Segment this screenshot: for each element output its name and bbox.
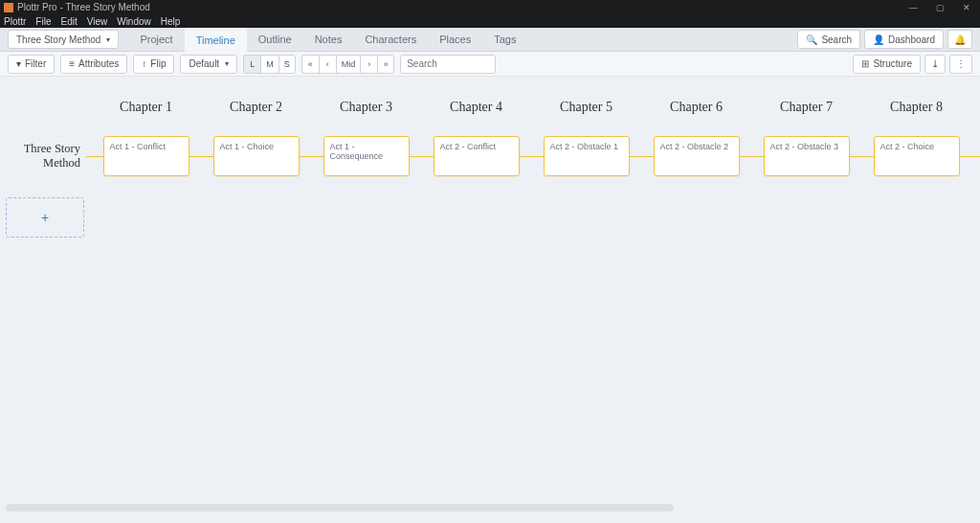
attributes-button[interactable]: ≡ Attributes xyxy=(60,55,127,74)
tab-timeline[interactable]: Timeline xyxy=(185,28,247,52)
chapter-header[interactable]: Chapter 7 xyxy=(751,100,861,115)
structure-icon: ⊞ xyxy=(861,58,869,69)
tab-tags[interactable]: Tags xyxy=(482,28,527,52)
flip-label: Flip xyxy=(150,58,166,69)
chapter-header[interactable]: Chapter 1 xyxy=(91,100,201,115)
search-icon: 🔍 xyxy=(806,34,817,45)
main-tabs: Project Timeline Outline Notes Character… xyxy=(128,28,527,52)
default-label: Default xyxy=(189,58,219,69)
nav-last[interactable]: » xyxy=(377,55,394,74)
scene-card[interactable]: Act 2 - Obstacle 3 xyxy=(764,136,850,176)
filter-icon: ▾ xyxy=(16,58,21,69)
maximize-button[interactable]: ▢ xyxy=(926,0,953,14)
list-icon: ≡ xyxy=(69,58,75,69)
menu-view[interactable]: View xyxy=(87,16,108,27)
chapter-header[interactable]: Chapter 5 xyxy=(531,100,641,115)
default-dropdown[interactable]: Default ▾ xyxy=(180,55,237,74)
menu-file[interactable]: File xyxy=(35,16,51,27)
zoom-group: L M S xyxy=(243,55,296,74)
project-dropdown-label: Three Story Method xyxy=(16,34,100,45)
export-button[interactable]: ⤓ xyxy=(924,55,946,74)
timeline-area: Chapter 1 Chapter 2 Chapter 3 Chapter 4 … xyxy=(0,77,980,513)
attributes-label: Attributes xyxy=(78,58,119,69)
filter-label: Filter xyxy=(25,58,46,69)
chapter-header[interactable]: Chapter 2 xyxy=(201,100,311,115)
menu-bar: Plottr File Edit View Window Help xyxy=(0,14,980,28)
dashboard-button-label: Dashboard xyxy=(888,34,935,45)
menu-window[interactable]: Window xyxy=(117,16,151,27)
menu-help[interactable]: Help xyxy=(161,16,181,27)
project-dropdown[interactable]: Three Story Method ▾ xyxy=(8,30,119,49)
scene-card[interactable]: Act 1 - Choice xyxy=(213,136,300,176)
search-button[interactable]: 🔍 Search xyxy=(797,30,860,49)
user-icon: 👤 xyxy=(873,34,884,45)
scene-card[interactable]: Act 2 - Conflict xyxy=(434,136,520,176)
tab-characters[interactable]: Characters xyxy=(353,28,428,52)
chevron-down-icon: ▾ xyxy=(106,35,110,44)
dashboard-button[interactable]: 👤 Dashboard xyxy=(864,30,944,49)
more-icon: ⋮ xyxy=(956,58,966,69)
window-title: Plottr Pro - Three Story Method xyxy=(17,2,150,12)
main-toolbar: Three Story Method ▾ Project Timeline Ou… xyxy=(0,28,980,52)
chapter-header-row: Chapter 1 Chapter 2 Chapter 3 Chapter 4 … xyxy=(91,100,980,115)
timeline-search-input[interactable] xyxy=(400,55,496,74)
nav-group: « ‹ Mid › » xyxy=(301,55,395,74)
tab-outline[interactable]: Outline xyxy=(247,28,303,52)
chevron-down-icon: ▾ xyxy=(225,59,229,68)
structure-label: Structure xyxy=(873,58,912,69)
search-button-label: Search xyxy=(821,34,852,45)
tab-project[interactable]: Project xyxy=(128,28,184,52)
plus-icon: + xyxy=(41,210,49,225)
zoom-l[interactable]: L xyxy=(243,55,260,74)
menu-plottr[interactable]: Plottr xyxy=(4,16,26,27)
add-storyline-button[interactable]: + xyxy=(6,197,84,238)
bell-icon: 🔔 xyxy=(954,34,966,45)
more-button[interactable]: ⋮ xyxy=(949,55,972,74)
menu-edit[interactable]: Edit xyxy=(60,16,77,27)
scene-card[interactable]: Act 1 - Consequence xyxy=(323,136,410,176)
scene-card[interactable]: Act 2 - Obstacle 1 xyxy=(544,136,630,176)
nav-first[interactable]: « xyxy=(301,55,319,74)
chapter-header[interactable]: Chapter 3 xyxy=(311,100,421,115)
chapter-header[interactable]: Chapter 4 xyxy=(421,100,531,115)
tab-notes[interactable]: Notes xyxy=(303,28,354,52)
tab-places[interactable]: Places xyxy=(428,28,482,52)
nav-prev[interactable]: ‹ xyxy=(319,55,336,74)
structure-button[interactable]: ⊞ Structure xyxy=(853,55,921,74)
export-icon: ⤓ xyxy=(931,58,939,69)
storyline-row: Three Story Method Act 1 - Conflict Act … xyxy=(0,136,980,176)
minimize-button[interactable]: — xyxy=(900,0,926,14)
storyline-label[interactable]: Three Story Method xyxy=(0,142,86,171)
flip-button[interactable]: ↕ Flip xyxy=(133,55,174,74)
window-titlebar: Plottr Pro - Three Story Method — ▢ ✕ xyxy=(0,0,980,14)
zoom-m[interactable]: M xyxy=(260,55,278,74)
horizontal-scrollbar[interactable] xyxy=(6,504,674,512)
close-button[interactable]: ✕ xyxy=(953,0,980,14)
chapter-header[interactable]: Chapter 8 xyxy=(861,100,971,115)
scene-card[interactable]: Act 2 - Obstacle 2 xyxy=(654,136,740,176)
timeline-toolbar: ▾ Filter ≡ Attributes ↕ Flip Default ▾ L… xyxy=(0,52,980,77)
scene-card[interactable]: Act 1 - Conflict xyxy=(103,136,189,176)
flip-icon: ↕ xyxy=(142,58,146,69)
app-icon xyxy=(4,3,13,12)
zoom-s[interactable]: S xyxy=(278,55,296,74)
filter-button[interactable]: ▾ Filter xyxy=(8,55,55,74)
nav-next[interactable]: › xyxy=(360,55,377,74)
notifications-button[interactable]: 🔔 xyxy=(947,30,972,49)
chapter-header[interactable]: Chapter 6 xyxy=(641,100,751,115)
scene-card[interactable]: Act 2 - Choice xyxy=(874,136,960,176)
nav-mid[interactable]: Mid xyxy=(336,55,361,74)
